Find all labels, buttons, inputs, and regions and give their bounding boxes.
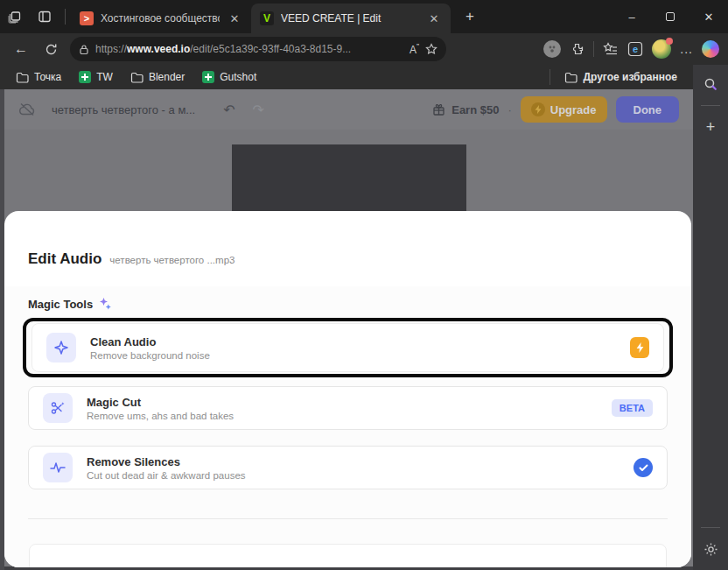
enabled-check-icon[interactable] — [634, 458, 653, 477]
waveform-icon — [43, 453, 73, 482]
browser-window: > Хостинговое сообщество «Time ✕ V VEED … — [0, 0, 728, 570]
bookmark-gutshot[interactable]: Gutshot — [195, 68, 263, 86]
sidebar-search-icon[interactable] — [698, 72, 723, 96]
bolt-icon — [531, 102, 545, 116]
edit-audio-modal: Edit Audio четверть четвертого ...mp3 Ma… — [4, 211, 691, 567]
tab-close-icon[interactable]: ✕ — [426, 11, 442, 26]
upgrade-label: Upgrade — [550, 103, 597, 116]
sparkles-icon — [98, 297, 112, 311]
green-bookmark-icon — [202, 71, 214, 83]
maximize-icon — [666, 12, 675, 21]
modal-title: Edit Audio — [28, 250, 102, 268]
section-title: Magic Tools — [28, 298, 93, 311]
project-title[interactable]: четверть четвертого - а м... — [52, 103, 195, 116]
bookmarks-bar: Точка TW Blender Gutshot — [0, 65, 693, 89]
tool-clean-audio[interactable]: Clean Audio Remove background noise — [32, 323, 664, 372]
url-domain: www.veed.io — [127, 43, 190, 55]
folder-icon — [16, 72, 29, 83]
back-button[interactable]: ← — [7, 36, 35, 62]
gift-icon — [432, 103, 445, 116]
sidebar-settings-gear-icon[interactable] — [698, 537, 723, 561]
tool-desc: Cut out dead air & awkward pauses — [87, 470, 246, 481]
tab-title: Хостинговое сообщество «Time — [101, 12, 220, 25]
title-bar: > Хостинговое сообщество «Time ✕ V VEED … — [0, 0, 728, 33]
close-button[interactable]: ✕ — [690, 0, 728, 33]
edge-e-icon[interactable]: e — [627, 41, 643, 57]
url-path: /edit/e5c1a39c-93ff-40a3-8d15-9... — [190, 43, 351, 55]
minimize-button[interactable]: – — [612, 0, 651, 33]
window-controls: – ✕ — [612, 0, 728, 33]
earn-button[interactable]: Earn $50 — [432, 103, 499, 116]
green-bookmark-icon — [79, 71, 91, 83]
new-tab-button[interactable]: + — [458, 4, 482, 29]
cloud-off-icon — [18, 102, 36, 116]
other-favorites-button[interactable]: Другое избранное — [557, 68, 684, 86]
other-favorites-label: Другое избранное — [583, 71, 677, 83]
magic-tools-section: Magic Tools — [4, 286, 691, 567]
tool-desc: Remove background noise — [90, 350, 210, 361]
refresh-button[interactable] — [37, 36, 65, 62]
bookmark-blender[interactable]: Blender — [123, 68, 192, 86]
read-aloud-icon[interactable]: A — [410, 42, 419, 56]
tab-actions-icon[interactable] — [30, 4, 60, 30]
address-bar[interactable]: https://www.veed.io/edit/e5c1a39c-93ff-4… — [70, 37, 446, 61]
toolbar-right: e ... — [543, 39, 721, 59]
divider — [593, 41, 594, 57]
bookmark-tw[interactable]: TW — [72, 68, 120, 86]
tab-hosting-community[interactable]: > Хостинговое сообщество «Time ✕ — [71, 4, 251, 33]
separator-dot: · — [508, 103, 511, 116]
settings-more-icon[interactable]: ... — [680, 42, 693, 56]
folder-icon — [564, 72, 578, 83]
folder-icon — [130, 72, 144, 83]
workspaces-icon[interactable] — [0, 4, 30, 30]
earn-label: Earn $50 — [452, 103, 499, 116]
profile-avatar[interactable] — [652, 39, 671, 59]
divider — [701, 105, 720, 106]
premium-bolt-badge — [630, 337, 649, 358]
svg-text:e: e — [633, 44, 638, 54]
url-scheme: https:// — [95, 43, 127, 55]
lock-icon[interactable] — [79, 44, 89, 55]
tab-title: VEED CREATE | Edit — [281, 12, 419, 25]
bookmark-label: TW — [96, 71, 113, 83]
browser-toolbar: ← https://www.veed.io/edit/e5c1a39c-93ff… — [0, 33, 728, 65]
dimmed-edge — [0, 89, 4, 570]
tool-remove-silences[interactable]: Remove Silences Cut out dead air & awkwa… — [28, 446, 668, 489]
copilot-icon[interactable] — [702, 40, 719, 58]
extension-avatar-icon[interactable] — [543, 40, 561, 58]
page-content: четверть четвертого - а м... ↶ ↷ Earn $5… — [0, 89, 693, 570]
tab-veed-create[interactable]: V VEED CREATE | Edit ✕ — [251, 4, 451, 33]
tab-favicon: V — [260, 11, 274, 25]
divider — [701, 527, 720, 528]
undo-icon[interactable]: ↶ — [223, 102, 234, 118]
favorite-star-icon[interactable] — [425, 43, 438, 55]
bookmark-tochka[interactable]: Точка — [9, 68, 68, 86]
next-card-partial[interactable] — [29, 544, 667, 567]
beta-badge: BETA — [612, 399, 653, 417]
annotation-highlight: Clean Audio Remove background noise — [23, 318, 673, 377]
url-text[interactable]: https://www.veed.io/edit/e5c1a39c-93ff-4… — [95, 43, 403, 55]
sidebar-add-icon[interactable]: + — [698, 115, 723, 139]
maximize-button[interactable] — [651, 0, 690, 33]
veed-header: четверть четвертого - а м... ↶ ↷ Earn $5… — [4, 89, 693, 130]
collections-icon[interactable] — [603, 42, 619, 56]
tool-desc: Remove ums, ahs and bad takes — [87, 411, 234, 421]
divider — [550, 69, 550, 85]
edge-sidebar: + — [693, 65, 728, 570]
done-button[interactable]: Done — [616, 96, 680, 123]
tool-name: Remove Silences — [87, 455, 246, 468]
tool-name: Clean Audio — [90, 335, 210, 348]
bookmark-label: Точка — [34, 71, 61, 83]
scissors-icon — [43, 393, 73, 423]
notification-dot — [666, 38, 673, 45]
extensions-puzzle-icon[interactable] — [570, 42, 584, 57]
upgrade-button[interactable]: Upgrade — [521, 96, 607, 123]
tool-magic-cut[interactable]: Magic Cut Remove ums, ahs and bad takes … — [28, 386, 668, 430]
redo-icon[interactable]: ↷ — [253, 102, 264, 118]
bookmark-label: Blender — [149, 71, 185, 83]
tool-name: Magic Cut — [87, 396, 234, 409]
audio-file-name: четверть четвертого ...mp3 — [109, 255, 234, 265]
tab-favicon: > — [80, 11, 94, 25]
bookmark-label: Gutshot — [220, 71, 256, 83]
tab-close-icon[interactable]: ✕ — [227, 11, 242, 26]
